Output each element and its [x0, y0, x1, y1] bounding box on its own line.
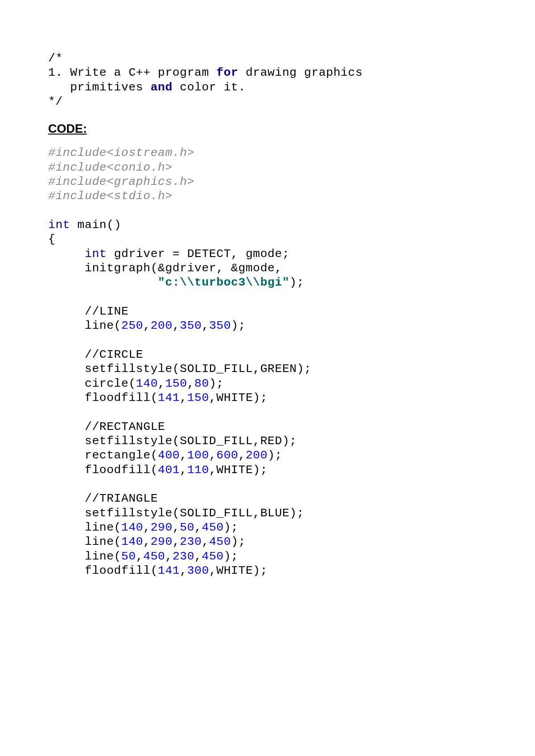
num: 140: [121, 535, 143, 548]
num: 150: [165, 377, 187, 390]
num: 401: [158, 463, 180, 477]
gdriver-decl: gdriver = DETECT, gmode;: [107, 247, 289, 261]
string-pad: [48, 276, 158, 289]
include-graphics: #include<graphics.h>: [48, 175, 194, 188]
code-heading: CODE:: [48, 122, 487, 136]
comma: ,: [180, 391, 187, 405]
floodfill-3: floodfill(: [48, 564, 158, 577]
code-body: #include<iostream.h> #include<conio.h> #…: [48, 146, 487, 578]
num: 150: [187, 391, 209, 405]
keyword-for: for: [216, 66, 238, 79]
num: 100: [187, 449, 209, 462]
comment-open: /*: [48, 52, 63, 65]
num: 141: [158, 391, 180, 405]
num: 450: [143, 550, 165, 563]
floodfill-tail: ,WHITE);: [209, 564, 268, 577]
comma: ,: [194, 550, 202, 563]
num: 230: [180, 535, 202, 548]
num: 450: [209, 535, 231, 548]
brace-open: {: [48, 233, 55, 246]
num: 140: [121, 521, 143, 534]
num: 250: [121, 319, 143, 332]
comma: ,: [180, 564, 187, 577]
comma: ,: [143, 521, 150, 534]
rectangle-call: rectangle(: [48, 449, 158, 462]
num: 230: [173, 550, 194, 563]
num: 50: [180, 521, 194, 534]
comma: ,: [194, 521, 202, 534]
close-stmt: );: [231, 319, 246, 332]
type-int: int: [48, 218, 70, 232]
string-path: "c:\\turboc3\\bgi": [158, 276, 289, 289]
comma: ,: [173, 535, 180, 548]
comma: ,: [180, 449, 187, 462]
setfill-red: setfillstyle(SOLID_FILL,RED);: [48, 434, 297, 448]
comment-line1-a: 1. Write a C++ program: [48, 66, 216, 79]
main-signature: main(): [70, 218, 121, 232]
comment-line2-b: color it.: [173, 81, 246, 94]
line-call-3: line(: [48, 535, 121, 548]
close-stmt: );: [209, 377, 224, 390]
num: 200: [151, 319, 173, 332]
comment-close: */: [48, 95, 63, 108]
comment-line1-b: drawing graphics: [238, 66, 362, 79]
comma: ,: [173, 521, 180, 534]
num: 200: [246, 449, 268, 462]
comma: ,: [158, 377, 165, 390]
comma: ,: [209, 449, 216, 462]
circle-call: circle(: [48, 377, 136, 390]
line-call-2: line(: [48, 521, 121, 534]
num: 350: [209, 319, 231, 332]
setfill-blue: setfillstyle(SOLID_FILL,BLUE);: [48, 507, 304, 520]
close-stmt: );: [224, 550, 239, 563]
num: 110: [187, 463, 209, 477]
include-conio: #include<conio.h>: [48, 161, 173, 174]
comment-line2-a: primitives: [48, 81, 151, 94]
comment-line-section: //LINE: [48, 305, 128, 318]
comma: ,: [143, 535, 150, 548]
document-page: /* 1. Write a C++ program for drawing gr…: [0, 0, 535, 605]
close-stmt: );: [268, 449, 282, 462]
comment-circle-section: //CIRCLE: [48, 348, 143, 361]
comma: ,: [239, 449, 246, 462]
num: 450: [202, 521, 224, 534]
close-stmt: );: [224, 521, 239, 534]
num: 141: [158, 564, 180, 577]
num: 600: [216, 449, 238, 462]
include-stdio: #include<stdio.h>: [48, 189, 173, 203]
comma: ,: [180, 463, 187, 477]
line-call: line(: [48, 319, 121, 332]
comment-rect-section: //RECTANGLE: [48, 420, 165, 433]
indent: [48, 247, 85, 261]
num: 300: [187, 564, 209, 577]
setfill-green: setfillstyle(SOLID_FILL,GREEN);: [48, 362, 312, 376]
comma: ,: [202, 535, 209, 548]
comment-header: /* 1. Write a C++ program for drawing gr…: [48, 51, 487, 109]
initgraph-call: initgraph(&gdriver, &gmode,: [48, 262, 282, 275]
include-iostream: #include<iostream.h>: [48, 146, 194, 159]
floodfill-tail: ,WHITE);: [209, 391, 268, 405]
comma: ,: [202, 319, 209, 332]
type-int-2: int: [85, 247, 107, 261]
line-call-4: line(: [48, 550, 121, 563]
num: 140: [136, 377, 158, 390]
comma: ,: [165, 550, 172, 563]
num: 50: [121, 550, 136, 563]
comment-tri-section: //TRIANGLE: [48, 492, 158, 505]
comma: ,: [143, 319, 150, 332]
num: 290: [151, 535, 173, 548]
floodfill-tail: ,WHITE);: [209, 463, 268, 477]
floodfill-2: floodfill(: [48, 463, 158, 477]
string-close: );: [289, 276, 304, 289]
num: 80: [194, 377, 209, 390]
num: 450: [202, 550, 224, 563]
num: 400: [158, 449, 180, 462]
comma: ,: [187, 377, 194, 390]
num: 290: [151, 521, 173, 534]
close-stmt: );: [231, 535, 246, 548]
comma: ,: [173, 319, 180, 332]
comma: ,: [136, 550, 143, 563]
keyword-and: and: [151, 81, 173, 94]
num: 350: [180, 319, 202, 332]
floodfill-1: floodfill(: [48, 391, 158, 405]
